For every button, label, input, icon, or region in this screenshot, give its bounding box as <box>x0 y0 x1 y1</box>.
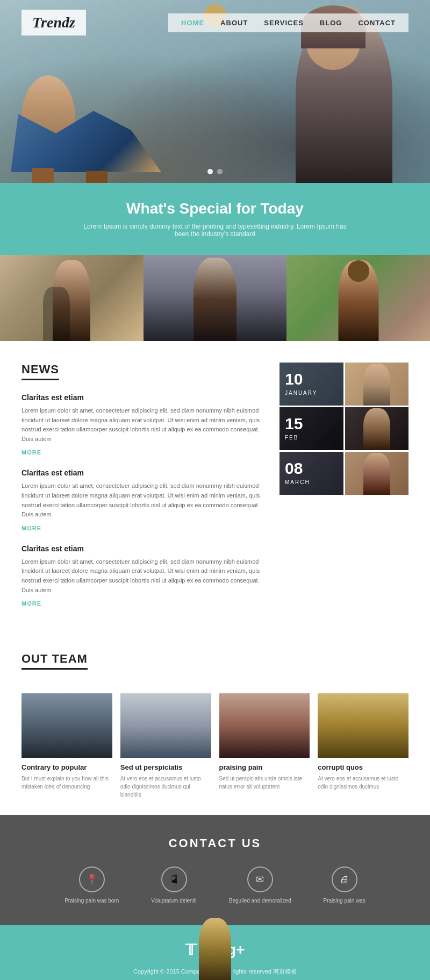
team-member-4-bio: At vero eos et accusamus et iusto odio d… <box>318 775 408 791</box>
nav-services[interactable]: SERVICES <box>264 19 304 27</box>
news-item-3-more[interactable]: MORE <box>22 600 41 607</box>
contact-section: CONTACT US 📍 Praising pain was born 📱 Vo… <box>0 815 430 925</box>
nav-about[interactable]: ABOUT <box>220 19 248 27</box>
news-title: NEWS <box>22 363 59 380</box>
team-photo-1 <box>22 693 112 758</box>
news-photo-img-3 <box>345 452 409 495</box>
team-member-4: corrupti quos At vero eos et accusamus e… <box>318 693 408 799</box>
team-member-1-name: Contrary to popular <box>22 763 112 771</box>
news-item-2-more[interactable]: MORE <box>22 525 41 531</box>
special-title: What's Special for Today <box>22 200 408 217</box>
header: Trendz HOME ABOUT SERVICES BLOG CONTACT <box>0 0 430 45</box>
news-photo-date-1: 10 JANUARY <box>280 363 343 406</box>
logo[interactable]: Trendz <box>22 10 86 35</box>
news-photo-date-2: 15 FEB <box>280 407 343 450</box>
email-icon: ✉ <box>247 867 273 892</box>
carousel-dot-2[interactable] <box>217 169 223 174</box>
news-item-3-title: Claritas est etiam <box>22 544 263 553</box>
news-photo-date-3: 08 MARCH <box>280 452 343 495</box>
news-photo-img-1 <box>345 363 409 406</box>
contact-item-1: 📍 Praising pain was born <box>64 867 119 904</box>
news-photo-grid: 10 JANUARY 15 FEB <box>280 363 408 495</box>
team-member-2: Sed ut perspiciatis At vero eos et accus… <box>120 693 211 799</box>
news-item-1-title: Claritas est etiam <box>22 393 263 402</box>
contact-label-3: Beguiled and demoralized <box>229 898 291 904</box>
team-photo-3 <box>219 693 310 758</box>
team-grid: Contrary to popular But I must explain t… <box>22 693 408 799</box>
contact-label-1: Praising pain was born <box>64 898 119 904</box>
team-member-3-name: praising pain <box>219 763 310 771</box>
team-title: OUT TEAM <box>22 652 88 670</box>
nav-home[interactable]: HOME <box>181 19 204 27</box>
printer-icon: 🖨 <box>332 867 357 892</box>
team-member-3: praising pain Sed ut perspiciatis unde o… <box>219 693 310 799</box>
contact-title: CONTACT US <box>22 836 408 850</box>
contact-label-4: Praising pain was <box>323 898 365 904</box>
contact-label-2: Voluptatum deleniti <box>151 898 197 904</box>
contact-item-3: ✉ Beguiled and demoralized <box>229 867 291 904</box>
news-item-1-body: Lorem ipsum dolor sit amet, consectetuer… <box>22 406 263 444</box>
contact-item-4: 🖨 Praising pain was <box>323 867 365 904</box>
team-photo-2 <box>120 693 211 758</box>
news-item-2: Claritas est etiam Lorem ipsum dolor sit… <box>22 468 263 532</box>
team-member-1: Contrary to popular But I must explain t… <box>22 693 112 799</box>
news-right: 10 JANUARY 15 FEB <box>280 363 408 620</box>
news-photo-img-2 <box>345 407 409 450</box>
special-section: What's Special for Today Lorem Ipsum is … <box>0 183 430 255</box>
news-item-3: Claritas est etiam Lorem ipsum dolor sit… <box>22 544 263 608</box>
team-member-4-name: corrupti quos <box>318 763 408 771</box>
twitter-icon[interactable]: 𝕋 <box>185 941 196 959</box>
team-member-1-bio: But I must explain to you how all this m… <box>22 775 112 791</box>
news-left: NEWS Claritas est etiam Lorem ipsum dolo… <box>22 363 263 620</box>
photo-grid <box>0 255 430 341</box>
nav-blog[interactable]: BLOG <box>320 19 342 27</box>
phone-icon: 📱 <box>161 867 187 892</box>
carousel-dot-1[interactable] <box>207 169 213 174</box>
photo-cell-3 <box>286 255 430 341</box>
team-section: OUT TEAM Contrary to popular But I must … <box>0 630 430 815</box>
photo-cell-2 <box>144 255 287 341</box>
contact-item-2: 📱 Voluptatum deleniti <box>151 867 197 904</box>
contact-icons: 📍 Praising pain was born 📱 Voluptatum de… <box>22 867 408 904</box>
team-photo-4 <box>318 693 408 758</box>
nav: HOME ABOUT SERVICES BLOG CONTACT <box>168 13 408 32</box>
carousel-dots <box>207 169 223 174</box>
news-item-3-body: Lorem ipsum dolor sit amet, consectetuer… <box>22 557 263 595</box>
news-item-1-more[interactable]: MORE <box>22 449 41 456</box>
news-item-1: Claritas est etiam Lorem ipsum dolor sit… <box>22 393 263 457</box>
nav-contact[interactable]: CONTACT <box>358 19 396 27</box>
news-section: NEWS Claritas est etiam Lorem ipsum dolo… <box>0 341 430 630</box>
location-icon: 📍 <box>79 867 105 892</box>
news-item-2-body: Lorem ipsum dolor sit amet, consectetuer… <box>22 481 263 519</box>
news-item-2-title: Claritas est etiam <box>22 468 263 477</box>
team-member-3-bio: Sed ut perspiciatis unde omnis iste natu… <box>219 775 310 791</box>
special-description: Lorem Ipsum is simply dummy text of the … <box>81 223 349 238</box>
team-member-2-name: Sed ut perspiciatis <box>120 763 211 771</box>
team-member-2-bio: At vero eos et accusamus et iusto odio d… <box>120 775 211 799</box>
photo-cell-1 <box>0 255 144 341</box>
